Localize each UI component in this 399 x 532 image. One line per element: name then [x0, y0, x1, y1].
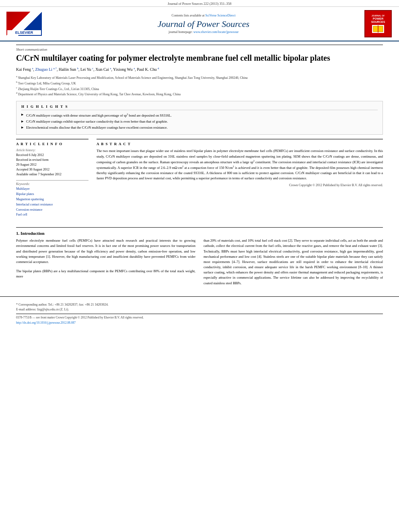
elsevier-label: ELSEVIER [7, 30, 41, 35]
abstract-text: The two most important issues that plagu… [97, 148, 383, 181]
homepage-label: journal homepage: [169, 30, 193, 34]
author-sup-a3: a [134, 67, 135, 70]
article-info-abstract-row: A R T I C L E I N F O Article history: R… [16, 139, 383, 221]
intro-body-columns: Polymer electrolyte membrane fuel cells … [16, 238, 383, 286]
affiliation-c: c Zhejiang Huijin-Teer Coatings Co., Ltd… [16, 86, 383, 92]
author-xun-cai: Xun Cai [95, 67, 109, 72]
author-sup-c: c [92, 67, 93, 70]
accepted-date: Accepted 30 August 2012 [16, 167, 88, 172]
contents-line: Contents lists available at SciVerse Sci… [47, 14, 360, 17]
keyword-corrosion: Corrosion resistance [16, 207, 88, 213]
highlight-item-2: C/CrN multilayer coatings exhibit superi… [21, 119, 378, 124]
journal-reference-bar: Journal of Power Sources 222 (2013) 351–… [0, 0, 399, 7]
elsevier-logo: ELSEVIER [6, 12, 42, 36]
received-date: Received 6 July 2012 [16, 153, 88, 158]
author-sup-a2: a [110, 67, 111, 70]
author-sup-b: b [77, 67, 78, 70]
main-content: Short communication C/CrN multilayer coa… [0, 41, 399, 290]
article-info-box: A R T I C L E I N F O Article history: R… [16, 139, 88, 218]
homepage-url[interactable]: www.elsevier.com/locate/jpowsour [193, 30, 239, 34]
keyword-bipolar: Bipolar plates [16, 192, 88, 197]
homepage-line: journal homepage: www.elsevier.com/locat… [47, 30, 360, 34]
available-date: Available online 7 September 2012 [16, 172, 88, 177]
article-info-label: A R T I C L E I N F O [16, 142, 88, 146]
keyword-fuel-cell: Fuel cell [16, 212, 88, 218]
highlight-item-1: C/CrN multilayer coatings with dense str… [21, 113, 378, 118]
intro-section-title: 1. Introduction [16, 231, 383, 236]
keyword-magnetron: Magnetron sputtering [16, 197, 88, 202]
abstract-column: A B S T R A C T The two most important i… [97, 139, 383, 221]
author-sup-d: d [158, 67, 159, 70]
page-footer: * Corresponding author. Tel.: +86 21 342… [0, 296, 399, 329]
affiliation-b: b Teer Coatings Ltd, Miba Coating Group,… [16, 80, 383, 86]
keyword-icr: Interfacial contact resistance [16, 202, 88, 207]
author-zhuguo-li: Zhuguo Li [35, 67, 53, 72]
keywords-label: Keywords: [16, 182, 88, 186]
affiliation-d: d Department of Physics and Materials Sc… [16, 91, 383, 97]
page-wrapper: Journal of Power Sources 222 (2013) 351–… [0, 0, 399, 532]
footer-divider [16, 314, 383, 314]
footer-doi[interactable]: http://dx.doi.org/10.1016/j.jpowsour.201… [16, 321, 383, 325]
keyword-multilayer: Multilayer [16, 187, 88, 192]
footer-copyright: 0378-7753/$ — see front matter Crown Cop… [16, 316, 383, 320]
author-sup-a1: a [32, 67, 33, 70]
footer-note1: * Corresponding author. Tel.: +86 21 342… [16, 302, 383, 307]
author-hailin-sun: Hailin Sun [59, 67, 76, 72]
affiliations: a Shanghai Key Laboratory of Materials L… [16, 75, 383, 97]
journal-center-info: Contents lists available at SciVerse Sci… [47, 14, 360, 34]
doi-link[interactable]: http://dx.doi.org/10.1016/j.jpowsour.201… [16, 321, 76, 325]
author-lei-yu: Lei Yu [80, 67, 91, 72]
contents-available-text: Contents lists available at [172, 14, 205, 17]
revised-date: Received in revised form29 August 2012 [16, 158, 88, 167]
intro-right-text: than 20% of materials cost, and 10% tota… [204, 238, 383, 286]
author-kai-feng: Kai Feng [16, 67, 31, 72]
ps-logo: JOURNAL OF POWERSOURCES [364, 10, 392, 37]
journal-header: ELSEVIER Contents lists available at Sci… [0, 7, 399, 41]
history-label: Article history: [16, 148, 88, 152]
keywords-group: Keywords: Multilayer Bipolar plates Magn… [16, 182, 88, 218]
authors-line: Kai Feng a, Zhuguo Li a,*, Hailin Sun b,… [16, 66, 383, 72]
intro-col-left: Polymer electrolyte membrane fuel cells … [16, 238, 195, 286]
intro-left-text-2: The bipolar plates (BBPs) are a key mult… [16, 269, 195, 279]
copyright-line: Crown Copyright © 2012 Published by Else… [97, 183, 383, 187]
info-separator [16, 180, 88, 181]
abstract-box: A B S T R A C T The two most important i… [97, 139, 383, 187]
sciverse-link[interactable]: SciVerse ScienceDirect [206, 14, 236, 17]
intro-col-right: than 20% of materials cost, and 10% tota… [204, 238, 383, 286]
intro-left-text: Polymer electrolyte membrane fuel cells … [16, 238, 195, 265]
article-info-column: A R T I C L E I N F O Article history: R… [16, 139, 88, 221]
introduction-section: 1. Introduction Polymer electrolyte memb… [16, 227, 383, 286]
highlights-title: H I G H L I G H T S [21, 105, 378, 110]
author-yixiong-wu: Yixiong Wu [113, 67, 133, 72]
article-history-group: Article history: Received 6 July 2012 Re… [16, 148, 88, 177]
affiliation-a: a Shanghai Key Laboratory of Materials L… [16, 75, 383, 80]
ps-logo-icon [372, 25, 384, 33]
article-title: C/CrN multilayer coating for polymer ele… [16, 53, 383, 63]
journal-title: Journal of Power Sources [47, 19, 360, 29]
abstract-label: A B S T R A C T [97, 142, 383, 146]
highlight-item-3: Electrochemical results disclose that th… [21, 125, 378, 130]
author-paul-chu: Paul K. Chu [137, 67, 156, 72]
keywords-list: Multilayer Bipolar plates Magnetron sput… [16, 187, 88, 218]
article-type: Short communication [16, 45, 383, 51]
highlights-section: H I G H L I G H T S C/CrN multilayer coa… [16, 101, 383, 135]
footer-note2: E-mail address: lizg@sjtu.edu.cn (Z. Li)… [16, 307, 383, 312]
journal-reference-text: Journal of Power Sources 222 (2013) 351–… [168, 2, 232, 6]
elsevier-logo-area: ELSEVIER [6, 12, 43, 36]
corresponding-author-note: * Corresponding author. Tel.: +86 21 342… [16, 302, 383, 312]
author-sup-a-star: a,* [53, 67, 57, 70]
ps-logo-area: JOURNAL OF POWERSOURCES [364, 10, 393, 37]
